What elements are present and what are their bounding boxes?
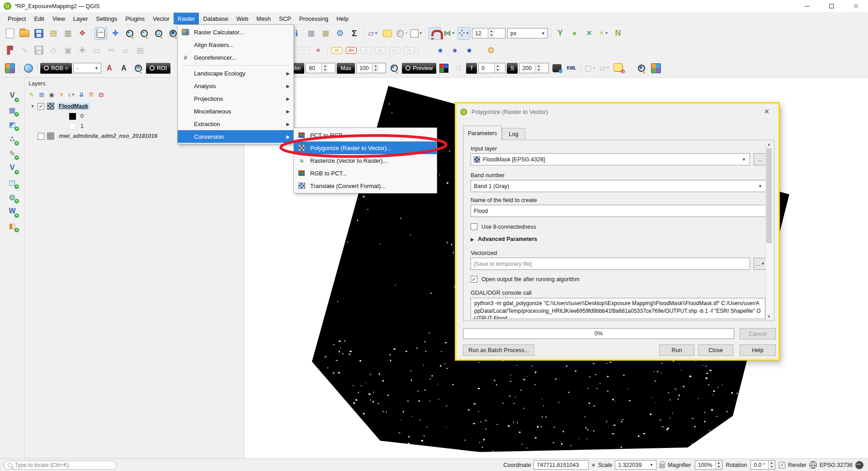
conversion-menu-item-pct-to-rgb[interactable]: PCT to RGB... [294,129,437,141]
zoom-full-icon[interactable]: ◻ [152,27,165,40]
scp-rgb-cube-icon[interactable] [438,62,450,75]
raster-menu-item-landscape-ecology[interactable]: Landscape Ecology▶ [178,67,293,80]
vectorized-input[interactable]: [Save to temporary file] [471,258,750,270]
menu-view[interactable]: View [48,13,69,24]
pin-labels-icon[interactable]: ab [330,44,343,57]
scp-zoom-green-icon[interactable]: ◈ [635,62,648,75]
gdal-console-text[interactable]: python3 -m gdal_polygonize "C:\\Users\\u… [471,298,765,319]
add-wfs-layer-icon[interactable]: W+ [6,205,18,217]
field-name-input[interactable]: Flood [471,205,766,217]
help-button[interactable]: Help [740,344,776,356]
close-button[interactable] [844,0,868,13]
close-dialog-button[interactable]: Close [698,344,733,356]
run-button[interactable]: Run [659,344,694,356]
maximize-button[interactable] [819,0,844,13]
add-wcs-layer-icon[interactable]: ◍+ [6,191,18,203]
field-calculator-icon[interactable]: ▦ [319,27,332,40]
menu-processing[interactable]: Processing [295,13,332,24]
scp-globe-icon[interactable] [22,62,35,75]
scp-max-spinbox[interactable]: 100▲▼ [356,63,386,73]
input-layer-browse-button[interactable]: … [754,153,766,165]
vectorized-browse-button[interactable]: …▼ [754,258,766,270]
menu-database[interactable]: Database [199,13,232,24]
processing-toolbox-icon[interactable]: ⚙ [334,27,346,40]
snapping-unit-combo[interactable]: px▼ [507,28,548,38]
snapping-icon[interactable] [429,27,441,40]
scp-bandset-icon[interactable] [4,62,16,75]
raster-menu-item-conversion[interactable]: Conversion▶ [178,130,293,143]
new-project-icon[interactable] [4,27,16,40]
add-arcgis-layer-icon[interactable]: ◧+ [6,220,18,231]
osm-place-search-icon[interactable]: ● [463,44,476,57]
pan-to-selection-icon[interactable]: ✚ [109,27,122,40]
attributes-table-icon[interactable]: ▦ [305,27,317,40]
raster-menu-item-raster-calculator[interactable]: Raster Calculator... [178,26,293,38]
add-virtual-layer-icon[interactable]: V+ [6,162,18,174]
advanced-parameters-arrow-icon[interactable]: ▶ [471,237,474,242]
raster-menu-item-projections[interactable]: Projections▶ [178,92,293,105]
menu-mesh[interactable]: Mesh [252,13,275,24]
label-options-icon[interactable]: abc [297,44,310,57]
scp-zoom-preview-icon[interactable]: + [388,62,401,75]
scale-combo[interactable]: 1:322039▼ [615,460,656,470]
menu-help[interactable]: Help [332,13,353,24]
scp-rgb-combo[interactable]: -▼ [73,63,101,73]
change-label-icon[interactable]: abc [388,44,401,57]
scp-s-spinbox[interactable]: 200▲▼ [519,63,549,73]
layer-visibility-checkbox[interactable]: ✓ [38,103,44,110]
scp-stretch-b-icon[interactable]: A [118,62,130,75]
menu-edit[interactable]: Edit [30,13,48,24]
menu-settings[interactable]: Settings [92,13,121,24]
lock-scale-icon[interactable] [659,464,665,468]
add-mesh-layer-icon[interactable]: ◩+ [6,118,18,130]
menu-layer[interactable]: Layer [69,13,92,24]
input-layer-combo[interactable]: FloodMask [EPSG:4326] ▼ [471,153,750,165]
minimize-button[interactable] [795,0,819,13]
move-feature-icon[interactable]: ✚ [76,44,89,57]
conversion-menu-item-rgb-to-pct[interactable]: RGB to PCT... [294,167,437,179]
move-label-icon[interactable]: ab [359,44,372,57]
new-print-layout-icon[interactable]: ▤ [47,27,60,40]
advanced-parameters-label[interactable]: Advanced Parameters [478,236,537,242]
scp-t-spinbox[interactable]: 0▲▼ [478,63,505,73]
scp-zoom-stretch-icon[interactable]: % [132,62,145,75]
toggle-editing-icon[interactable]: ✎ [18,44,31,57]
add-delimited-text-icon[interactable]: ✎+ [6,147,18,159]
kml-export-icon[interactable]: KML [565,62,578,75]
select-annotation-icon[interactable]: ▢▼ [584,62,596,75]
digitize-with-segment-icon[interactable]: ⚡▼ [597,27,610,40]
add-record-icon[interactable]: ▣ [61,44,74,57]
filter-legend-icon[interactable]: ▼ [57,90,66,99]
current-edits-icon[interactable]: ▛ [4,44,16,57]
zoom-out-icon[interactable]: − [138,27,151,40]
add-raster-layer-icon[interactable]: ▦+ [6,104,18,116]
tracing-icon[interactable]: ⁘▼ [458,27,470,40]
vertex-tool-active-layer-icon[interactable]: ● [568,27,581,40]
raster-menu-item-miscellaneous[interactable]: Miscellaneous▶ [178,105,293,118]
expand-all-icon[interactable]: ⇊ [76,90,86,99]
diagram-options-icon[interactable]: ab [403,44,415,57]
zoom-in-icon[interactable]: + [123,27,136,40]
rotation-spinbox[interactable]: 0.0 °▲▼ [750,460,775,470]
open-project-icon[interactable] [18,27,31,40]
metasearch-icon[interactable]: ● [434,44,447,57]
filter-expression-icon[interactable]: ε▼ [66,90,76,99]
save-edits-icon[interactable] [33,44,45,57]
cancel-button[interactable]: Cancel [740,328,776,339]
expand-caret-icon[interactable]: ▼ [29,104,36,108]
add-wms-layer-icon[interactable]: ◳+ [6,176,18,188]
copy-features-icon[interactable]: ▱ [119,44,132,57]
magnifier-spinbox[interactable]: 100%▲▼ [695,460,722,470]
style-manager-icon[interactable]: ❖ [76,27,89,40]
snapping-tolerance-spinbox[interactable]: 12▲▼ [472,28,505,38]
geofabrik-icon[interactable]: ● [448,44,461,57]
overlap-pages-icon[interactable] [613,62,625,75]
scp-preview-pill[interactable]: Preview [402,63,436,74]
conversion-menu-item-rasterize-vector-to-raster[interactable]: ≈Rasterize (Vector to Raster)... [294,154,437,167]
menu-raster[interactable]: Raster [174,13,199,24]
render-checkbox[interactable]: ✓ [779,462,785,468]
scroll-down-icon[interactable]: ▼ [766,313,772,320]
conversion-menu-item-polygonize-raster-to-vector[interactable]: Polygonize (Raster to Vector)... [294,141,437,154]
open-output-checkbox[interactable]: ✓ [471,276,477,283]
rotate-label-icon[interactable]: ab [374,44,387,57]
